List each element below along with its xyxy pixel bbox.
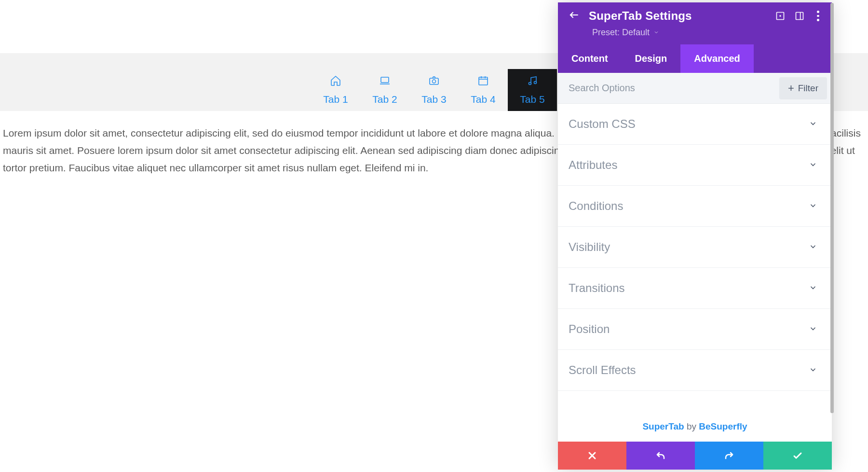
preset-selector[interactable]: Preset: Default xyxy=(558,28,832,44)
chevron-down-icon xyxy=(809,281,817,295)
camera-icon xyxy=(428,75,440,89)
tab-5[interactable]: Tab 5 xyxy=(508,69,557,111)
panel-footer-note: SuperTab by BeSuperfly xyxy=(558,412,832,442)
chevron-down-icon xyxy=(653,28,659,38)
chevron-down-icon xyxy=(809,199,817,213)
panel-tab-design[interactable]: Design xyxy=(622,44,681,73)
laptop-icon xyxy=(379,75,391,89)
tab-1[interactable]: Tab 1 xyxy=(311,69,360,111)
brand-link[interactable]: SuperTab xyxy=(642,421,684,431)
section-label: Attributes xyxy=(569,158,617,172)
section-label: Transitions xyxy=(569,281,624,295)
section-label: Visibility xyxy=(569,240,610,254)
section-label: Conditions xyxy=(569,199,623,213)
chevron-down-icon xyxy=(809,322,817,336)
back-button[interactable] xyxy=(568,9,580,23)
tab-label: Tab 2 xyxy=(372,94,397,105)
save-button[interactable] xyxy=(763,442,832,470)
svg-point-1 xyxy=(779,15,781,16)
author-link[interactable]: BeSuperfly xyxy=(699,421,747,431)
filter-label: Filter xyxy=(798,83,818,94)
chevron-down-icon xyxy=(809,158,817,172)
svg-rect-2 xyxy=(796,13,803,20)
section-transitions[interactable]: Transitions xyxy=(558,268,832,309)
panel-search-row: + Filter xyxy=(558,73,832,104)
tab-label: Tab 1 xyxy=(323,94,348,105)
panel-title: SuperTab Settings xyxy=(589,9,766,23)
section-scroll-effects[interactable]: Scroll Effects xyxy=(558,350,832,391)
undo-button[interactable] xyxy=(626,442,695,470)
section-attributes[interactable]: Attributes xyxy=(558,145,832,186)
tab-label: Tab 3 xyxy=(421,94,446,105)
layout-icon[interactable] xyxy=(794,11,805,21)
panel-body: Custom CSSAttributesConditionsVisibility… xyxy=(558,104,832,412)
section-label: Scroll Effects xyxy=(569,363,636,377)
kebab-menu-icon[interactable] xyxy=(814,11,822,21)
tab-2[interactable]: Tab 2 xyxy=(360,69,409,111)
preset-label: Preset: Default xyxy=(592,28,650,38)
home-icon xyxy=(330,75,341,89)
tab-3[interactable]: Tab 3 xyxy=(409,69,459,111)
section-custom-css[interactable]: Custom CSS xyxy=(558,104,832,145)
music-icon xyxy=(527,75,538,89)
panel-tabs: ContentDesignAdvanced xyxy=(558,44,832,73)
filter-button[interactable]: + Filter xyxy=(779,77,827,99)
panel-tab-advanced[interactable]: Advanced xyxy=(680,44,754,73)
panel-tab-content[interactable]: Content xyxy=(558,44,622,73)
redo-button[interactable] xyxy=(695,442,763,470)
section-visibility[interactable]: Visibility xyxy=(558,227,832,268)
chevron-down-icon xyxy=(809,240,817,254)
search-input[interactable] xyxy=(558,73,779,103)
panel-actions xyxy=(558,442,832,470)
section-position[interactable]: Position xyxy=(558,309,832,350)
panel-header: SuperTab Settings Preset: Default Conten… xyxy=(558,2,832,73)
cancel-button[interactable] xyxy=(558,442,626,470)
section-label: Custom CSS xyxy=(569,117,636,131)
section-label: Position xyxy=(569,322,610,336)
settings-panel: SuperTab Settings Preset: Default Conten… xyxy=(558,2,832,470)
plus-icon: + xyxy=(788,83,794,94)
scrollbar-thumb[interactable] xyxy=(830,3,834,413)
section-conditions[interactable]: Conditions xyxy=(558,186,832,227)
tab-label: Tab 4 xyxy=(471,94,495,105)
chevron-down-icon xyxy=(809,363,817,377)
calendar-icon xyxy=(477,75,489,89)
tab-label: Tab 5 xyxy=(520,94,544,105)
tab-4[interactable]: Tab 4 xyxy=(459,69,508,111)
expand-icon[interactable] xyxy=(775,11,786,21)
chevron-down-icon xyxy=(809,117,817,131)
